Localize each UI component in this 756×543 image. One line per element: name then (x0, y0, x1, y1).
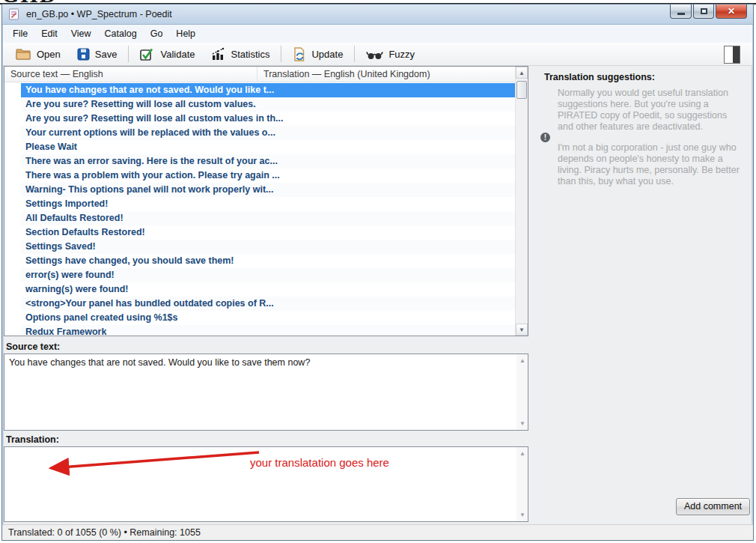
minimize-button[interactable] (670, 4, 692, 19)
list-item[interactable]: Are you sure? Resetting will lose all cu… (21, 112, 515, 126)
fuzzy-button-label: Fuzzy (388, 49, 415, 60)
validate-button[interactable]: Validate (132, 45, 203, 64)
scroll-down-button[interactable]: ▼ (516, 324, 528, 336)
desktop: GHB en_GB.po • WP_Spectrum - Poedit ✕ Fi… (0, 0, 756, 543)
entry-list-rows: You have changes that are not saved. Wou… (4, 83, 515, 336)
statistics-button[interactable]: Statistics (203, 45, 278, 63)
window-title: en_GB.po • WP_Spectrum - Poedit (26, 9, 172, 19)
statistics-button-label: Statistics (231, 49, 269, 60)
open-button[interactable]: Open (7, 46, 69, 63)
list-item[interactable]: Are you sure? Resetting will lose all cu… (21, 97, 515, 112)
translation-label: Translation: (6, 434, 59, 445)
list-item[interactable]: warning(s) were found! (21, 282, 515, 297)
list-item[interactable]: Settings have changed, you should save t… (21, 254, 515, 268)
poedit-window: en_GB.po • WP_Spectrum - Poedit ✕ File E… (1, 4, 754, 541)
list-item[interactable]: error(s) were found! (21, 268, 515, 282)
menu-item-view[interactable]: View (64, 25, 98, 42)
entry-list: Source text — English Translation — Engl… (4, 66, 528, 336)
close-icon: ✕ (728, 5, 735, 18)
fuzzy-glasses-icon (366, 49, 383, 60)
list-item[interactable]: <strong>Your panel has bundled outdated … (21, 297, 515, 311)
toolbar: Open Save Validate (3, 43, 752, 66)
save-button[interactable]: Save (69, 46, 126, 63)
list-item[interactable]: Warning- This options panel will not wor… (21, 183, 515, 197)
list-item[interactable]: Your current options will be replaced wi… (21, 126, 515, 140)
update-button[interactable]: Update (284, 45, 351, 64)
column-header-translation[interactable]: Translation — English (United Kingdom) (257, 67, 515, 82)
scroll-up-icon[interactable]: ▲ (519, 450, 525, 457)
menu-item-catalog[interactable]: Catalog (98, 25, 144, 42)
titlebar[interactable]: en_GB.po • WP_Spectrum - Poedit ✕ (2, 4, 753, 25)
window-controls: ✕ (668, 4, 747, 19)
open-button-label: Open (37, 49, 61, 60)
scroll-up-button[interactable]: ▲ (516, 67, 528, 79)
source-text-value: You have changes that are not saved. Wou… (9, 357, 511, 368)
menu-item-go[interactable]: Go (144, 25, 170, 42)
source-text-label: Source text: (6, 342, 60, 352)
poedit-file-icon (8, 8, 20, 20)
menu-item-file[interactable]: File (6, 25, 34, 42)
list-item[interactable]: Please Wait (21, 140, 515, 154)
maximize-button[interactable] (693, 4, 714, 19)
suggestions-message: I'm not a big corporation - just one guy… (558, 142, 743, 187)
fuzzy-button[interactable]: Fuzzy (358, 46, 423, 62)
list-item[interactable]: Settings Imported! (21, 197, 515, 211)
add-comment-button[interactable]: Add comment (676, 498, 750, 515)
list-item[interactable]: All Defaults Restored! (21, 211, 515, 225)
update-refresh-icon (293, 47, 306, 61)
list-item[interactable]: There was a problem with your action. Pl… (21, 169, 515, 183)
save-floppy-icon (77, 48, 90, 61)
scroll-down-icon[interactable]: ▼ (519, 420, 525, 427)
toolbar-separator (354, 46, 355, 62)
menu-item-edit[interactable]: Edit (34, 25, 64, 42)
suggestions-notice: Normally you would get useful translatio… (558, 88, 743, 133)
column-header-source[interactable]: Source text — English (4, 67, 257, 82)
close-button[interactable]: ✕ (716, 4, 747, 19)
scroll-down-icon[interactable]: ▼ (519, 512, 525, 518)
source-text-box[interactable]: You have changes that are not saved. Wou… (4, 354, 528, 431)
list-item[interactable]: Section Defaults Restored! (21, 225, 515, 240)
exclamation-circle-icon: ! (540, 133, 550, 142)
open-folder-icon (16, 48, 31, 61)
list-item[interactable]: There was an error saving. Here is the r… (21, 154, 515, 169)
maximize-icon (701, 8, 707, 14)
update-button-label: Update (311, 49, 343, 60)
translation-input[interactable]: your translatation goes here ▲ ▼ (4, 446, 528, 522)
menu-item-help[interactable]: Help (169, 25, 202, 42)
vertical-scrollbar[interactable]: ▲ ▼ (515, 67, 528, 336)
scroll-up-icon[interactable]: ▲ (519, 357, 525, 364)
sidebar-toggle-icon (733, 46, 740, 63)
suggestions-heading: Translation suggestions: (544, 72, 655, 82)
list-item[interactable]: You have changes that are not saved. Wou… (21, 83, 515, 97)
scroll-thumb[interactable] (516, 81, 527, 99)
list-item[interactable]: Redux Framework (21, 325, 515, 336)
list-item[interactable]: Settings Saved! (21, 240, 515, 254)
minimize-icon (677, 13, 685, 15)
sidebar-toggle-button[interactable] (724, 46, 740, 64)
source-scrollbar[interactable]: ▲ ▼ (516, 354, 528, 430)
translation-scrollbar[interactable]: ▲ ▼ (516, 447, 528, 521)
annotation-text: your translatation goes here (250, 456, 389, 469)
save-button-label: Save (95, 49, 118, 60)
status-text: Translated: 0 of 1055 (0 %) • Remaining:… (8, 527, 201, 538)
toolbar-separator (128, 46, 129, 62)
toolbar-separator (281, 46, 281, 62)
suggestions-panel: Translation suggestions: Normally you wo… (531, 66, 752, 524)
statistics-chart-icon (211, 47, 225, 61)
list-item[interactable]: Options panel created using %1$s (21, 311, 515, 325)
validate-button-label: Validate (160, 49, 195, 60)
status-bar: Translated: 0 of 1055 (0 %) • Remaining:… (2, 524, 753, 540)
entry-list-header: Source text — English Translation — Engl… (4, 67, 515, 82)
validate-check-icon (140, 47, 155, 61)
menubar: File Edit View Catalog Go Help (3, 25, 752, 43)
